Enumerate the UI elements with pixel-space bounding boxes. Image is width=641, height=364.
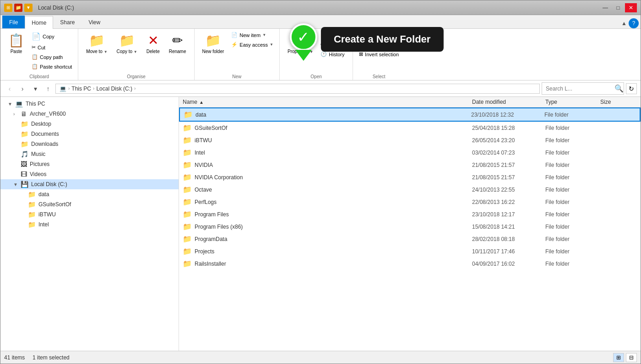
nav-item-videos[interactable]: 🎞 Videos <box>0 169 179 179</box>
nav-item-archer[interactable]: › 🖥 Archer_VR600 <box>0 109 179 119</box>
file-type: File folder <box>545 174 600 181</box>
new-group: 📁 New folder 📄 New item ▼ ⚡ Easy access … <box>195 29 280 80</box>
nav-item-downloads[interactable]: 📁 Downloads <box>0 139 179 149</box>
recent-locations-button[interactable]: ▾ <box>30 83 41 94</box>
nav-label-data: data <box>38 191 49 198</box>
nav-item-music[interactable]: 🎵 Music <box>0 149 179 159</box>
copy-to-button[interactable]: 📁 Copy to ▼ <box>113 31 141 56</box>
copy-icon: 📄 <box>32 32 41 41</box>
nav-item-documents[interactable]: 📁 Documents <box>0 129 179 139</box>
easy-access-button[interactable]: ⚡ Easy access ▼ <box>229 40 276 49</box>
large-icons-button[interactable]: ⊟ <box>626 353 637 362</box>
nav-item-intel[interactable]: 📁 Intel <box>0 219 179 230</box>
nav-item-pictures[interactable]: 🖼 Pictures <box>0 159 179 169</box>
path-local-disk[interactable]: Local Disk (C:) <box>96 86 132 92</box>
table-row[interactable]: 📁 RailsInstaller 04/09/2017 16:02 File f… <box>179 257 641 270</box>
table-row[interactable]: 📁 ProgramData 28/02/2018 08:18 File fold… <box>179 233 641 245</box>
ribbon-expand-icon[interactable]: ▲ <box>621 20 627 27</box>
move-to-button[interactable]: 📁 Move to ▼ <box>82 31 111 56</box>
nav-item-gsuite[interactable]: 📁 GSuiteSortOf <box>0 199 179 209</box>
back-button[interactable]: ‹ <box>4 83 15 94</box>
tab-view[interactable]: View <box>81 16 107 28</box>
file-rows-container: 📁 data 23/10/2018 12:32 File folder 📁 GS… <box>179 107 641 270</box>
table-row[interactable]: 📁 PerfLogs 22/08/2013 16:22 File folder <box>179 196 641 208</box>
status-items-count: 41 items 1 item selected <box>4 354 70 361</box>
delete-button[interactable]: ✕ Delete <box>142 31 164 56</box>
folder-icon: 📁 <box>183 148 192 157</box>
nav-label-intel: Intel <box>38 221 49 228</box>
maximize-button[interactable]: □ <box>612 3 624 12</box>
up-button[interactable]: ↑ <box>43 83 54 94</box>
copy-path-icon: 📋 <box>32 54 38 60</box>
table-row[interactable]: 📁 Program Files (x86) 15/08/2018 14:21 F… <box>179 220 641 233</box>
cut-button[interactable]: ✂ Cut <box>29 43 74 52</box>
expand-this-pc-arrow: ▼ <box>8 102 12 107</box>
paste-button[interactable]: 📋 Paste <box>4 31 28 56</box>
green-pin: ✓ <box>290 23 317 61</box>
tab-file[interactable]: File <box>2 16 25 28</box>
file-date: 04/09/2017 16:02 <box>472 261 545 267</box>
forward-button[interactable]: › <box>17 83 28 94</box>
file-date: 15/08/2018 14:21 <box>472 224 545 230</box>
nav-item-data[interactable]: 📁 data <box>0 189 179 199</box>
tab-share[interactable]: Share <box>53 16 81 28</box>
col-type-header[interactable]: Type <box>545 99 600 105</box>
nav-label-documents: Documents <box>31 131 59 137</box>
path-arrow1: › <box>68 86 70 91</box>
table-row[interactable]: 📁 NVIDIA Corporation 21/08/2015 21:57 Fi… <box>179 171 641 183</box>
sort-name-arrow: ▲ <box>199 100 204 105</box>
table-row[interactable]: 📁 Intel 03/02/2014 07:23 File folder <box>179 146 641 159</box>
path-pc-icon: 💻 <box>60 86 66 92</box>
table-row[interactable]: 📁 data 23/10/2018 12:32 File folder <box>179 107 641 122</box>
file-date: 25/04/2018 15:28 <box>472 125 545 131</box>
table-row[interactable]: 📁 Program Files 23/10/2018 12:17 File fo… <box>179 208 641 220</box>
copy-path-button[interactable]: 📋 Copy path <box>29 53 74 61</box>
help-button[interactable]: ? <box>629 18 639 28</box>
nav-item-desktop[interactable]: 📁 Desktop <box>0 119 179 129</box>
col-name-header[interactable]: Name ▲ <box>183 99 472 105</box>
folder-icon: 📁 <box>183 259 192 268</box>
file-date: 10/11/2017 17:46 <box>472 248 545 255</box>
path-this-pc[interactable]: This PC <box>71 86 91 92</box>
nav-label-videos: Videos <box>30 171 46 177</box>
address-bar: ‹ › ▾ ↑ 💻 › This PC › Local Disk (C:) › … <box>0 80 641 97</box>
new-folder-icon: 📁 <box>205 33 221 48</box>
window-icon1: ⊞ <box>4 4 12 12</box>
search-input[interactable] <box>546 86 614 92</box>
table-row[interactable]: 📁 Projects 10/11/2017 17:46 File folder <box>179 245 641 257</box>
path-arrow2: › <box>93 86 94 91</box>
table-row[interactable]: 📁 iBTWU 26/05/2014 23:20 File folder <box>179 134 641 146</box>
table-row[interactable]: 📁 NVIDIA 21/08/2015 21:57 File folder <box>179 159 641 171</box>
tab-home[interactable]: Home <box>25 16 53 29</box>
nav-item-this-pc[interactable]: ▼ 💻 This PC <box>0 99 179 109</box>
new-folder-button[interactable]: 📁 New folder <box>198 31 228 56</box>
close-button[interactable]: ✕ <box>625 3 637 12</box>
col-size-header[interactable]: Size <box>600 99 637 105</box>
file-name: PerfLogs <box>195 199 217 205</box>
search-icon: 🔍 <box>614 84 624 93</box>
address-path[interactable]: 💻 › This PC › Local Disk (C:) › <box>55 84 540 94</box>
rename-button[interactable]: ✏ Rename <box>165 31 190 56</box>
nav-item-local-disk[interactable]: ▼ 💾 Local Disk (C:) <box>0 179 179 189</box>
path-arrow3: › <box>134 86 136 91</box>
minimize-button[interactable]: — <box>599 3 611 12</box>
file-type: File folder <box>545 137 600 144</box>
table-row[interactable]: 📁 Octave 24/10/2013 22:55 File folder <box>179 183 641 196</box>
paste-shortcut-button[interactable]: 📋 Paste shortcut <box>29 62 74 71</box>
details-view-button[interactable]: ⊞ <box>613 353 624 362</box>
documents-icon: 📁 <box>21 130 28 138</box>
easy-access-icon: ⚡ <box>231 42 238 48</box>
moveto-drop-arrow: ▼ <box>104 50 108 54</box>
intel-folder-icon: 📁 <box>28 221 36 228</box>
copy-button[interactable]: 📄 Copy <box>29 31 74 42</box>
nav-item-ibtwu[interactable]: 📁 iBTWU <box>0 209 179 219</box>
new-item-button[interactable]: 📄 New item ▼ <box>229 31 276 39</box>
file-name: Octave <box>195 187 212 193</box>
refresh-button[interactable]: ↻ <box>626 83 637 94</box>
nav-label-archer: Archer_VR600 <box>30 111 66 117</box>
file-date: 21/08/2015 21:57 <box>472 162 545 168</box>
search-box[interactable]: 🔍 <box>542 82 624 95</box>
col-date-header[interactable]: Date modified <box>472 99 545 105</box>
table-row[interactable]: 📁 GSuiteSortOf 25/04/2018 15:28 File fol… <box>179 122 641 134</box>
rename-icon: ✏ <box>172 33 183 48</box>
